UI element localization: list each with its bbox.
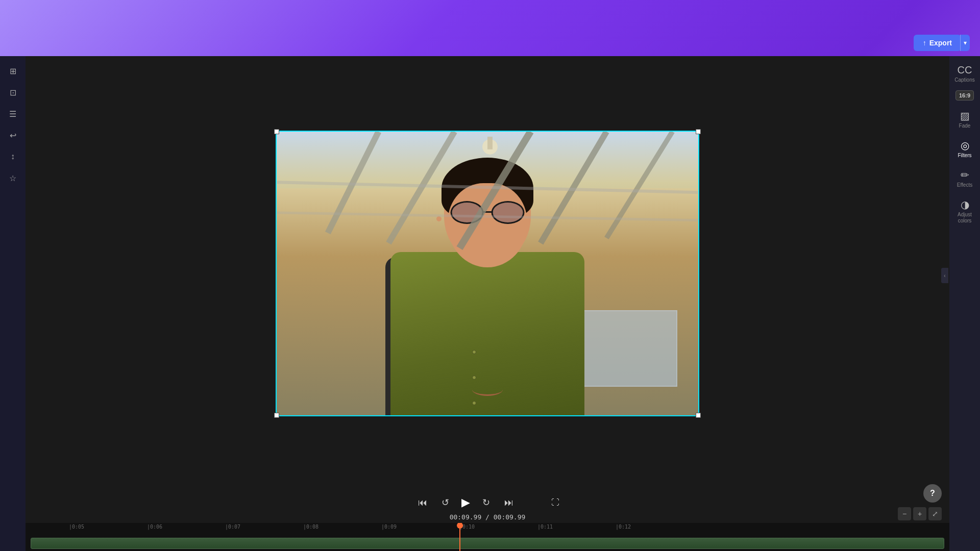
handle-top-right[interactable] bbox=[696, 129, 701, 134]
zoom-in-icon: + bbox=[918, 510, 922, 518]
adjust-colors-label: Adjust colors bbox=[953, 212, 976, 224]
filters-icon: ◎ bbox=[961, 139, 969, 152]
video-container bbox=[26, 56, 949, 491]
fast-forward-button[interactable]: ↻ bbox=[480, 495, 492, 510]
zoom-out-icon: − bbox=[902, 510, 906, 518]
effects-label: Effects bbox=[957, 182, 972, 188]
rewind-button[interactable]: ↺ bbox=[439, 495, 451, 510]
export-label: Export bbox=[929, 39, 952, 47]
time-label-09: |0:09 bbox=[381, 524, 397, 530]
playback-controls: ⏮ ↺ ▶ ↻ ⏭ ⛶ bbox=[416, 495, 559, 510]
play-icon: ▶ bbox=[461, 496, 470, 509]
timeline-clip[interactable] bbox=[31, 538, 944, 549]
time-label-11: |0:11 bbox=[537, 524, 553, 530]
timecode: 00:09.99 / 00:09.99 bbox=[450, 513, 526, 521]
skip-to-end-button[interactable]: ⏭ bbox=[502, 495, 516, 510]
canvas-area: ⏮ ↺ ▶ ↻ ⏭ ⛶ 00:09.99 / 00:09.99 bbox=[26, 56, 949, 551]
crop-tool-button[interactable]: ⊡ bbox=[3, 83, 22, 102]
effects-tool-button[interactable]: ✏ Effects bbox=[951, 166, 978, 191]
scenes-tool-button[interactable]: ⊞ bbox=[3, 61, 22, 81]
fade-icon: ▨ bbox=[960, 110, 970, 122]
transform-icon: ↕ bbox=[11, 152, 15, 161]
time-label-06: |0:06 bbox=[147, 524, 162, 530]
zoom-fit-button[interactable]: ⤢ bbox=[928, 507, 942, 520]
crop-icon: ⊡ bbox=[10, 88, 16, 97]
adjust-colors-icon: ◑ bbox=[961, 198, 969, 211]
right-panel: CC Captions 16:9 ▨ Fade ◎ Filters ✏ Effe… bbox=[949, 56, 980, 551]
export-chevron-icon: ▾ bbox=[964, 39, 967, 46]
time-label-07: |0:07 bbox=[225, 524, 240, 530]
skip-to-start-button[interactable]: ⏮ bbox=[416, 495, 429, 510]
handle-bottom-right[interactable] bbox=[696, 413, 701, 418]
time-label-05: |0:05 bbox=[69, 524, 84, 530]
fade-label: Fade bbox=[959, 123, 971, 129]
collapse-icon: ‹ bbox=[944, 273, 945, 279]
timeline-area[interactable]: |0:05 |0:06 |0:07 |0:08 |0:09 |0:10 |0:1… bbox=[26, 523, 949, 551]
captions-icon: CC bbox=[958, 64, 972, 76]
top-bar: ↑ Export ▾ bbox=[0, 0, 980, 56]
filters-tool-button[interactable]: ◎ Filters bbox=[951, 136, 978, 162]
effects-icon: ✏ bbox=[961, 169, 969, 181]
undo-button[interactable]: ↩ bbox=[3, 126, 22, 145]
bg-windows bbox=[575, 310, 677, 387]
export-button[interactable]: ↑ Export bbox=[914, 35, 961, 51]
panel-collapse-button[interactable]: ‹ bbox=[941, 268, 948, 283]
undo-icon: ↩ bbox=[10, 131, 16, 140]
video-image bbox=[277, 132, 698, 415]
sticker-icon: ☆ bbox=[9, 173, 16, 183]
zoom-controls: − + ⤢ bbox=[898, 507, 942, 520]
aspect-ratio-badge[interactable]: 16:9 bbox=[955, 90, 974, 101]
transform-button[interactable]: ↕ bbox=[3, 147, 22, 166]
captions-tool-button[interactable]: CC Captions bbox=[951, 61, 978, 86]
captions-label: Captions bbox=[954, 77, 974, 83]
rewind-icon: ↺ bbox=[442, 497, 449, 508]
export-arrow-icon: ↑ bbox=[923, 39, 926, 47]
handle-bottom-left[interactable] bbox=[274, 413, 279, 418]
fade-tool-button[interactable]: ▨ Fade bbox=[951, 107, 978, 132]
sticker-button[interactable]: ☆ bbox=[3, 168, 22, 188]
zoom-in-button[interactable]: + bbox=[913, 507, 926, 520]
left-toolbar: ⊞ ⊡ ☰ ↩ ↕ ☆ bbox=[0, 56, 26, 551]
adjust-colors-tool-button[interactable]: ◑ Adjust colors bbox=[951, 195, 978, 227]
main-content: ⊞ ⊡ ☰ ↩ ↕ ☆ bbox=[0, 56, 980, 551]
zoom-out-button[interactable]: − bbox=[898, 507, 911, 520]
skip-end-icon: ⏭ bbox=[504, 497, 513, 508]
export-dropdown-button[interactable]: ▾ bbox=[960, 35, 970, 51]
time-label-08: |0:08 bbox=[303, 524, 318, 530]
zoom-fit-icon: ⤢ bbox=[932, 510, 938, 518]
fullscreen-button[interactable]: ⛶ bbox=[551, 498, 559, 507]
handle-top-left[interactable] bbox=[274, 129, 279, 134]
filters-label: Filters bbox=[958, 153, 971, 159]
playback-bar: ⏮ ↺ ▶ ↻ ⏭ ⛶ 00:09.99 / 00:09.99 bbox=[26, 491, 949, 523]
help-button[interactable]: ? bbox=[923, 484, 942, 503]
caption-icon: ☰ bbox=[9, 109, 16, 119]
playhead[interactable] bbox=[459, 523, 460, 551]
person-silhouette bbox=[385, 150, 590, 415]
skip-start-icon: ⏮ bbox=[418, 497, 427, 508]
help-icon: ? bbox=[930, 489, 935, 498]
play-button[interactable]: ▶ bbox=[461, 496, 470, 509]
fullscreen-icon: ⛶ bbox=[551, 498, 559, 507]
time-label-12: |0:12 bbox=[616, 524, 631, 530]
video-frame[interactable] bbox=[276, 131, 699, 416]
scenes-icon: ⊞ bbox=[10, 66, 16, 76]
caption-tool-button[interactable]: ☰ bbox=[3, 104, 22, 123]
fast-forward-icon: ↻ bbox=[482, 497, 490, 508]
